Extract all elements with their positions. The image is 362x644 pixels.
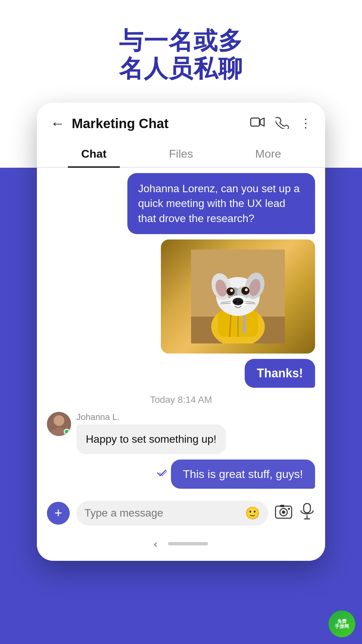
- svg-point-30: [54, 415, 64, 426]
- video-call-icon[interactable]: [250, 115, 265, 132]
- add-attachment-button[interactable]: +: [47, 502, 70, 525]
- message-received-1: Johanna L. Happy to set something up!: [47, 412, 315, 454]
- timestamp: Today 8:14 AM: [47, 394, 315, 405]
- emoji-button[interactable]: 🙂: [245, 506, 260, 520]
- svg-rect-35: [280, 505, 284, 507]
- svg-point-18: [227, 287, 235, 296]
- more-options-icon[interactable]: ⋮: [300, 116, 312, 130]
- tab-files[interactable]: Files: [137, 141, 225, 167]
- phone-call-icon[interactable]: [276, 115, 289, 132]
- tab-chat[interactable]: Chat: [50, 141, 137, 167]
- tab-bar: Chat Files More: [37, 141, 325, 168]
- home-indicator[interactable]: [168, 542, 208, 545]
- system-back-button[interactable]: ‹: [154, 538, 158, 550]
- svg-marker-1: [260, 118, 264, 126]
- received-bubble: Happy to set something up!: [76, 424, 226, 454]
- chat-header: ← Marketing Chat ⋮: [37, 103, 325, 141]
- dog-photo: [161, 239, 315, 354]
- bottom-navigation: ‹: [37, 532, 325, 553]
- svg-point-34: [282, 511, 285, 514]
- page-title: 与一名或多 名人员私聊: [119, 27, 243, 83]
- message-input[interactable]: [84, 507, 240, 519]
- online-indicator: [64, 429, 70, 435]
- message-bubble: Johanna Lorenz, can you set up a quick m…: [127, 173, 315, 234]
- svg-rect-0: [251, 118, 259, 126]
- tab-more[interactable]: More: [225, 141, 312, 167]
- received-content: Johanna L. Happy to set something up!: [76, 412, 226, 454]
- svg-point-21: [245, 288, 248, 291]
- message-image: [47, 239, 315, 354]
- svg-point-36: [288, 508, 290, 510]
- chat-title: Marketing Chat: [72, 116, 250, 131]
- sender-name: Johanna L.: [76, 412, 226, 422]
- svg-point-24: [239, 301, 242, 304]
- back-button[interactable]: ←: [50, 115, 65, 132]
- message-sent-2: This is great stuff, guys!: [47, 460, 315, 489]
- avatar: [47, 412, 71, 436]
- header-icons: ⋮: [250, 115, 312, 132]
- read-receipt-icon: [156, 468, 167, 481]
- message-sent-1: Johanna Lorenz, can you set up a quick m…: [47, 173, 315, 234]
- svg-rect-37: [304, 503, 310, 513]
- microphone-button[interactable]: [299, 503, 315, 523]
- svg-point-19: [241, 287, 249, 295]
- phone-mockup: ← Marketing Chat ⋮ Chat Files More: [37, 103, 325, 561]
- svg-point-20: [230, 289, 233, 292]
- camera-button[interactable]: [275, 503, 292, 523]
- watermark-text: 免费手游网: [335, 619, 349, 629]
- message-input-wrap: 🙂: [76, 501, 268, 526]
- message-thanks: Thanks!: [47, 359, 315, 388]
- image-bubble: [161, 239, 315, 354]
- input-area: + 🙂: [37, 494, 325, 532]
- svg-point-23: [234, 301, 237, 304]
- big-sent-bubble: This is great stuff, guys!: [171, 460, 315, 489]
- messages-area: Johanna Lorenz, can you set up a quick m…: [37, 173, 325, 489]
- thanks-bubble: Thanks!: [245, 359, 315, 388]
- watermark-badge: 免费手游网: [328, 610, 355, 637]
